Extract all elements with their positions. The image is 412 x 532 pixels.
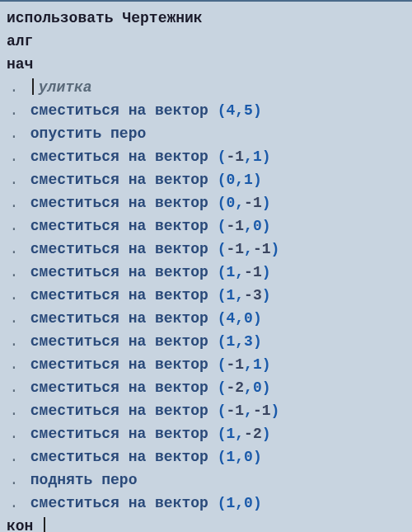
comma: ,	[244, 148, 253, 165]
comma: ,	[235, 333, 244, 350]
comma: ,	[235, 287, 244, 304]
code-line: . сместиться на вектор (4,5)	[7, 99, 405, 122]
paren-close: )	[253, 310, 262, 327]
cmd-pen-up: поднять перо	[30, 472, 138, 488]
number-literal: -1	[226, 356, 244, 373]
number-literal: 0	[244, 310, 253, 327]
gutter-dot: .	[7, 76, 21, 99]
paren-open: (	[218, 102, 227, 119]
code-line: нач	[7, 53, 405, 76]
gutter-dot: .	[7, 330, 21, 353]
keyword-begin: нач	[7, 56, 33, 73]
number-literal: -1	[226, 148, 244, 165]
code-line: кон	[7, 515, 405, 532]
number-literal: -1	[253, 403, 271, 419]
pipe-char	[32, 78, 34, 95]
paren-close: )	[262, 356, 271, 373]
paren-close: )	[253, 449, 262, 465]
paren-open: (	[218, 195, 227, 211]
number-literal: 0	[253, 379, 262, 396]
keyword-use: использовать	[7, 10, 114, 26]
comma: ,	[235, 264, 244, 280]
comma: ,	[235, 172, 244, 188]
number-literal: -2	[244, 426, 262, 442]
cmd-move: сместиться на вектор	[30, 218, 208, 234]
number-literal: 1	[253, 148, 262, 165]
code-line: . сместиться на вектор (1,-3)	[7, 284, 405, 307]
comma: ,	[244, 403, 253, 419]
number-literal: 0	[226, 172, 235, 188]
paren-open: (	[218, 287, 227, 304]
gutter-dot: .	[7, 307, 21, 330]
gutter-dot: .	[7, 191, 21, 214]
number-literal: 1	[226, 449, 235, 465]
keyword-alg: алг	[7, 33, 33, 49]
number-literal: 1	[226, 264, 235, 280]
code-editor[interactable]: использовать Чертежникалгнач. улитка. см…	[7, 7, 405, 532]
paren-close: )	[262, 195, 271, 211]
gutter-dot: .	[7, 353, 21, 376]
number-literal: 0	[244, 495, 253, 511]
code-line: . опустить перо	[7, 122, 405, 145]
gutter-dot: .	[7, 168, 21, 191]
paren-open: (	[218, 333, 227, 350]
number-literal: 1	[226, 426, 235, 442]
code-line: . сместиться на вектор (-2,0)	[7, 376, 405, 399]
gutter-dot: .	[7, 122, 21, 145]
number-literal: -1	[226, 218, 244, 234]
code-line: . сместиться на вектор (0,1)	[7, 168, 405, 191]
comma: ,	[244, 218, 253, 234]
paren-open: (	[218, 356, 227, 373]
number-literal: 0	[253, 218, 262, 234]
cmd-move: сместиться на вектор	[30, 287, 208, 304]
gutter-dot: .	[7, 399, 21, 422]
cmd-move: сместиться на вектор	[30, 403, 208, 419]
paren-close: )	[262, 218, 271, 234]
number-literal: 1	[253, 356, 262, 373]
gutter-dot: .	[7, 99, 21, 122]
cmd-move: сместиться на вектор	[30, 195, 208, 211]
paren-open: (	[218, 403, 227, 419]
gutter-dot: .	[7, 238, 21, 261]
number-literal: -1	[253, 241, 271, 257]
cmd-move: сместиться на вектор	[30, 172, 208, 188]
gutter-dot: .	[7, 284, 21, 307]
cmd-move: сместиться на вектор	[30, 356, 208, 373]
number-literal: -3	[244, 287, 262, 304]
paren-close: )	[262, 148, 271, 165]
code-line: . сместиться на вектор (1,0)	[7, 445, 405, 468]
code-line: . улитка	[7, 76, 405, 99]
paren-open: (	[218, 241, 227, 257]
comma: ,	[244, 356, 253, 373]
paren-close: )	[271, 403, 280, 419]
number-literal: 1	[244, 172, 253, 188]
paren-close: )	[253, 495, 262, 511]
comma: ,	[235, 195, 244, 211]
gutter-dot: .	[7, 445, 21, 468]
number-literal: 5	[244, 102, 253, 119]
paren-open: (	[218, 379, 227, 396]
paren-close: )	[262, 379, 271, 396]
code-line: . сместиться на вектор (4,0)	[7, 307, 405, 330]
number-literal: 1	[226, 333, 235, 350]
cmd-move: сместиться на вектор	[30, 148, 208, 165]
number-literal: 0	[226, 195, 235, 211]
paren-close: )	[253, 102, 262, 119]
cmd-move: сместиться на вектор	[30, 495, 208, 511]
number-literal: 1	[226, 495, 235, 511]
paren-open: (	[218, 218, 227, 234]
number-literal: 0	[244, 449, 253, 465]
code-line: . сместиться на вектор (1,-1)	[7, 261, 405, 284]
gutter-dot: .	[7, 492, 21, 515]
number-literal: -1	[244, 195, 262, 211]
gutter-dot: .	[7, 145, 21, 168]
paren-close: )	[262, 426, 271, 442]
code-line: . поднять перо	[7, 468, 405, 492]
number-literal: -1	[226, 241, 244, 257]
number-literal: -2	[226, 379, 244, 396]
code-line: использовать Чертежник	[7, 7, 405, 30]
code-line: . сместиться на вектор (1,-2)	[7, 422, 405, 445]
paren-close: )	[253, 333, 262, 350]
text-cursor	[44, 517, 45, 532]
code-line: . сместиться на вектор (-1,1)	[7, 145, 405, 168]
